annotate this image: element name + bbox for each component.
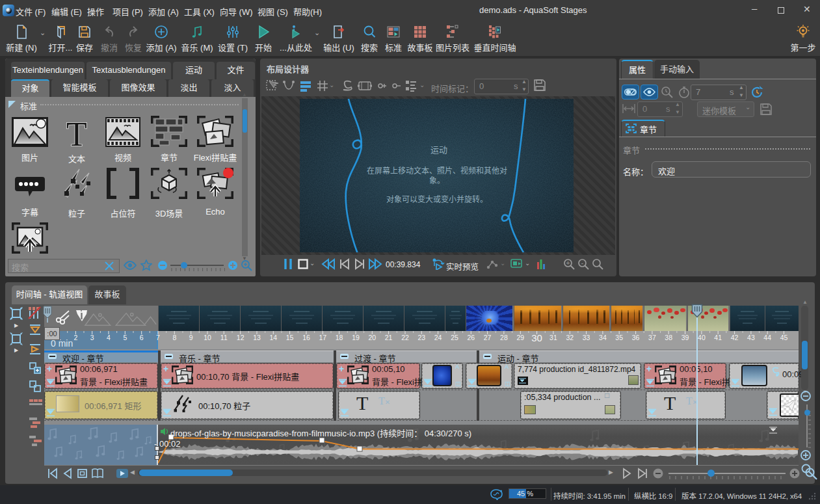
svg-text:11: 11 — [220, 334, 228, 341]
svg-text:37: 37 — [648, 334, 656, 341]
svg-text:21: 21 — [385, 334, 393, 341]
svg-text:-: - — [581, 259, 583, 267]
svg-text:14: 14 — [269, 334, 277, 341]
svg-text:10: 10 — [204, 334, 211, 341]
svg-text:22: 22 — [401, 334, 409, 341]
svg-text:34: 34 — [599, 334, 607, 341]
svg-text:在屏幕上移动文本、照片、视频和其他对: 在屏幕上移动文本、照片、视频和其他对 — [367, 166, 507, 176]
svg-text:5: 5 — [123, 334, 127, 341]
svg-text:33: 33 — [583, 334, 590, 341]
svg-text:25: 25 — [451, 334, 458, 341]
svg-text:7: 7 — [156, 334, 160, 341]
svg-text:9: 9 — [189, 334, 193, 341]
svg-text:45: 45 — [780, 334, 788, 341]
svg-text:31: 31 — [549, 334, 557, 341]
svg-text:32: 32 — [566, 334, 574, 341]
svg-text:42: 42 — [731, 334, 739, 341]
svg-text:17: 17 — [319, 334, 326, 341]
svg-text:对象可以变大或变小并旋转。: 对象可以变大或变小并旋转。 — [386, 194, 488, 204]
svg-text:44: 44 — [763, 334, 771, 341]
svg-text:36: 36 — [632, 334, 640, 341]
svg-text:26: 26 — [467, 334, 475, 341]
svg-text:18: 18 — [336, 334, 343, 341]
svg-text:40: 40 — [698, 334, 706, 341]
svg-text:39: 39 — [681, 334, 689, 341]
svg-text:27: 27 — [484, 334, 492, 341]
svg-text:16: 16 — [302, 334, 310, 341]
svg-text:+: + — [566, 259, 570, 267]
svg-text:象。: 象。 — [429, 176, 445, 185]
svg-text:19: 19 — [352, 334, 360, 341]
svg-text:13: 13 — [253, 334, 261, 341]
svg-text:41: 41 — [714, 334, 722, 341]
svg-text:30: 30 — [531, 332, 542, 343]
svg-text:43: 43 — [747, 334, 755, 341]
svg-text:12: 12 — [237, 334, 245, 341]
svg-text:8: 8 — [172, 334, 176, 341]
svg-text:23: 23 — [417, 334, 425, 341]
svg-text:35: 35 — [615, 334, 623, 341]
svg-text:2: 2 — [73, 334, 77, 341]
svg-text:29: 29 — [516, 334, 524, 341]
svg-text:运动: 运动 — [430, 145, 447, 155]
svg-text:T: T — [66, 117, 87, 148]
svg-text:6: 6 — [140, 334, 144, 341]
svg-text:24: 24 — [434, 334, 442, 341]
svg-text:20: 20 — [368, 334, 376, 341]
svg-text:4: 4 — [107, 334, 111, 341]
svg-text:15: 15 — [286, 334, 294, 341]
svg-text:38: 38 — [665, 334, 672, 341]
svg-text:3: 3 — [90, 334, 94, 341]
svg-text:28: 28 — [500, 334, 508, 341]
